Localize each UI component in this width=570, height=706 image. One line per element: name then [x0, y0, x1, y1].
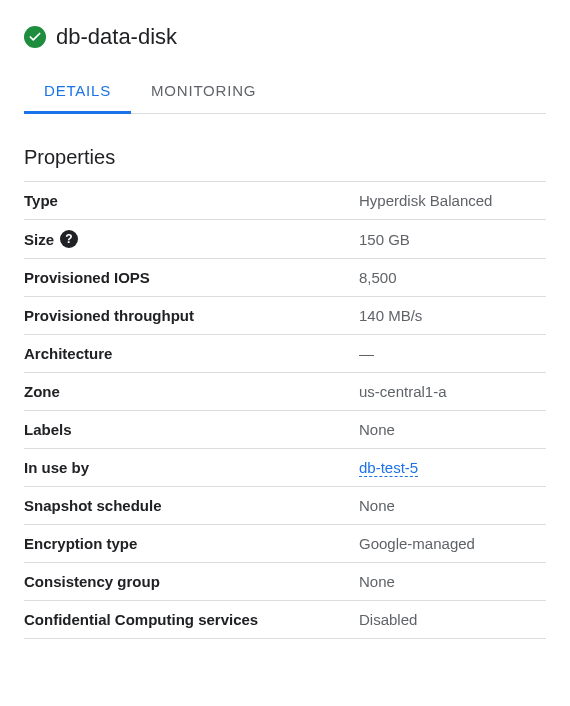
property-label: Architecture [24, 345, 359, 362]
property-row: Architecture— [24, 334, 546, 372]
page-title: db-data-disk [56, 24, 177, 50]
property-row: TypeHyperdisk Balanced [24, 181, 546, 219]
property-label: Size? [24, 230, 359, 248]
property-label: Snapshot schedule [24, 497, 359, 514]
page-header: db-data-disk [24, 24, 546, 50]
tab-details[interactable]: DETAILS [24, 70, 131, 114]
tab-monitoring[interactable]: MONITORING [131, 70, 276, 114]
property-value: db-test-5 [359, 459, 546, 476]
property-value: None [359, 497, 546, 514]
property-row: Confidential Computing servicesDisabled [24, 600, 546, 639]
property-label: Provisioned throughput [24, 307, 359, 324]
help-icon[interactable]: ? [60, 230, 78, 248]
property-label: Provisioned IOPS [24, 269, 359, 286]
property-label: Labels [24, 421, 359, 438]
property-row: Provisioned IOPS8,500 [24, 258, 546, 296]
tabs: DETAILS MONITORING [24, 70, 546, 114]
property-label: Consistency group [24, 573, 359, 590]
properties-table: TypeHyperdisk BalancedSize?150 GBProvisi… [24, 181, 546, 639]
property-label: Encryption type [24, 535, 359, 552]
property-value: None [359, 573, 546, 590]
property-value: Disabled [359, 611, 546, 628]
property-row: Size?150 GB [24, 219, 546, 258]
property-value: 150 GB [359, 231, 546, 248]
property-label: Zone [24, 383, 359, 400]
property-value: 8,500 [359, 269, 546, 286]
property-label: Type [24, 192, 359, 209]
in-use-by-link[interactable]: db-test-5 [359, 459, 418, 477]
property-row: Encryption typeGoogle-managed [24, 524, 546, 562]
status-healthy-icon [24, 26, 46, 48]
property-row: Provisioned throughput140 MB/s [24, 296, 546, 334]
section-title: Properties [24, 146, 546, 169]
property-value: Google-managed [359, 535, 546, 552]
property-row: In use bydb-test-5 [24, 448, 546, 486]
property-row: Snapshot scheduleNone [24, 486, 546, 524]
property-row: Consistency groupNone [24, 562, 546, 600]
property-value: None [359, 421, 546, 438]
property-label: In use by [24, 459, 359, 476]
property-value: — [359, 345, 546, 362]
property-value: Hyperdisk Balanced [359, 192, 546, 209]
property-label: Confidential Computing services [24, 611, 359, 628]
property-row: Zoneus-central1-a [24, 372, 546, 410]
property-value: us-central1-a [359, 383, 546, 400]
property-row: LabelsNone [24, 410, 546, 448]
property-value: 140 MB/s [359, 307, 546, 324]
